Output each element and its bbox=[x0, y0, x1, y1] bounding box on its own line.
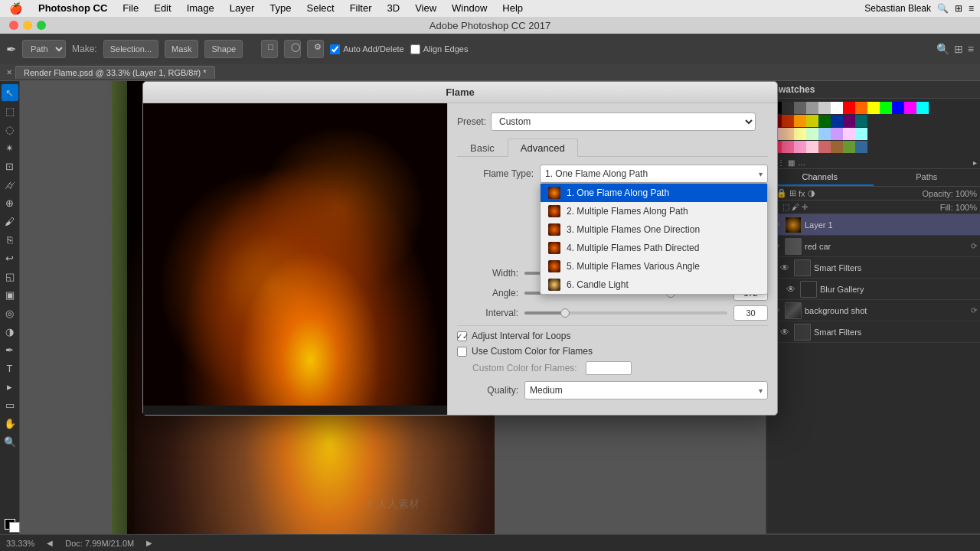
lasso-tool[interactable]: ◌ bbox=[2, 121, 18, 138]
close-button[interactable] bbox=[9, 21, 18, 30]
use-custom-color-checkbox[interactable] bbox=[457, 347, 467, 357]
fg-bg-colors[interactable] bbox=[2, 514, 18, 531]
list-item[interactable]: 👁 Layer 1 bbox=[766, 214, 980, 236]
hand-tool[interactable]: ✋ bbox=[2, 415, 18, 432]
swatch-orange[interactable] bbox=[855, 102, 867, 114]
swatch-p2[interactable] bbox=[782, 128, 794, 140]
quality-select[interactable]: Medium ▾ bbox=[524, 381, 768, 399]
blur-tool[interactable]: ◎ bbox=[2, 305, 18, 321]
shape-button[interactable]: Shape bbox=[204, 40, 243, 58]
maximize-button[interactable] bbox=[37, 21, 46, 30]
swatch-p4[interactable] bbox=[806, 128, 818, 140]
marquee-tool[interactable]: ⬚ bbox=[2, 103, 18, 119]
lock-image-icon[interactable]: 🖌 bbox=[792, 203, 799, 211]
list-item[interactable]: 👁 red car ⟳ bbox=[766, 236, 980, 257]
list-item[interactable]: 👁 Blur Gallery bbox=[766, 279, 980, 300]
swatch-m8[interactable] bbox=[855, 141, 867, 153]
swatch-p6[interactable] bbox=[831, 128, 843, 140]
layer-lock-icon[interactable]: 🔒 bbox=[776, 188, 787, 198]
crop-tool[interactable]: ⊡ bbox=[2, 158, 18, 174]
nav-arrow-left[interactable]: ◀ bbox=[47, 539, 53, 547]
swatch-r2[interactable] bbox=[782, 115, 794, 127]
flame-type-select[interactable]: 1. One Flame Along Path ▾ bbox=[540, 165, 768, 183]
menu-help[interactable]: Help bbox=[495, 0, 531, 17]
menu-select[interactable]: Select bbox=[299, 0, 341, 17]
panel-expand-icon[interactable]: ▸ bbox=[973, 158, 977, 167]
rectangle-tool[interactable]: ▭ bbox=[2, 396, 18, 413]
minimize-button[interactable] bbox=[23, 21, 32, 30]
menu-view[interactable]: View bbox=[407, 0, 444, 17]
custom-color-swatch[interactable] bbox=[586, 361, 632, 375]
swatch-d2[interactable] bbox=[794, 102, 806, 114]
dropdown-item-1[interactable]: 2. Multiple Flames Along Path bbox=[541, 202, 767, 220]
move-tool[interactable]: ↖ bbox=[2, 84, 18, 101]
layer-visibility-icon[interactable]: 👁 bbox=[779, 262, 791, 273]
swatch-m6[interactable] bbox=[831, 141, 843, 153]
gradient-tool[interactable]: ▣ bbox=[2, 286, 18, 303]
swatch-p3[interactable] bbox=[794, 128, 806, 140]
lock-transparent-icon[interactable]: ⬚ bbox=[782, 203, 789, 211]
menu-3d[interactable]: 3D bbox=[380, 0, 408, 17]
menu-filter[interactable]: Filter bbox=[342, 0, 380, 17]
swatch-p7[interactable] bbox=[843, 128, 855, 140]
pen-tool-icon[interactable]: ✒ bbox=[6, 42, 16, 57]
doc-tab-item[interactable]: Render Flame.psd @ 33.3% (Layer 1, RGB/8… bbox=[15, 66, 215, 79]
interval-input[interactable]: 30 bbox=[733, 305, 768, 321]
swatch-d3[interactable] bbox=[806, 102, 818, 114]
swatch-green[interactable] bbox=[880, 102, 892, 114]
dropdown-item-4[interactable]: 5. Multiple Flames Various Angle bbox=[541, 257, 767, 276]
menu-file[interactable]: File bbox=[115, 0, 146, 17]
more-panel-icon[interactable]: … bbox=[798, 158, 805, 167]
tab-channels[interactable]: Channels bbox=[766, 169, 874, 186]
lock-position-icon[interactable]: ✛ bbox=[802, 203, 808, 211]
apple-menu[interactable]: 🍎 bbox=[0, 2, 31, 15]
layer-adjustment-icon[interactable]: ◑ bbox=[808, 188, 815, 198]
swatch-m5[interactable] bbox=[818, 141, 831, 153]
swatch-d1[interactable] bbox=[782, 102, 794, 114]
circle-btn[interactable]: ◯ bbox=[284, 40, 301, 58]
gear-icon[interactable]: ⚙ bbox=[307, 40, 324, 58]
swatch-r7[interactable] bbox=[843, 115, 855, 127]
nav-arrow-right[interactable]: ▶ bbox=[146, 539, 152, 547]
swatch-m4[interactable] bbox=[806, 141, 818, 153]
layer-visibility-icon[interactable]: 👁 bbox=[785, 284, 797, 295]
swatch-r4[interactable] bbox=[806, 115, 818, 127]
dropdown-item-5[interactable]: 6. Candle Light bbox=[541, 276, 767, 294]
eraser-tool[interactable]: ◱ bbox=[2, 268, 18, 285]
history-brush-tool[interactable]: ↩ bbox=[2, 249, 18, 266]
square-btn[interactable]: □ bbox=[261, 40, 278, 58]
close-doc-icon[interactable]: ✕ bbox=[6, 68, 12, 77]
swatch-m2[interactable] bbox=[782, 141, 794, 153]
swatch-m7[interactable] bbox=[843, 141, 855, 153]
swatch-red[interactable] bbox=[843, 102, 855, 114]
brush-tool[interactable]: 🖌 bbox=[2, 213, 18, 230]
path-selection-tool[interactable]: ▸ bbox=[2, 378, 18, 395]
swatch-d4[interactable] bbox=[818, 102, 831, 114]
menu-window[interactable]: Window bbox=[444, 0, 495, 17]
dropdown-item-3[interactable]: 4. Multiple Flames Path Directed bbox=[541, 239, 767, 257]
more-icon[interactable]: ≡ bbox=[968, 43, 974, 55]
healing-brush-tool[interactable]: ⊕ bbox=[2, 194, 18, 211]
interval-slider-thumb[interactable] bbox=[560, 308, 570, 318]
mask-button[interactable]: Mask bbox=[165, 40, 198, 58]
tab-advanced[interactable]: Advanced bbox=[508, 139, 578, 157]
swatch-p5[interactable] bbox=[818, 128, 831, 140]
menu-app-name[interactable]: Photoshop CC bbox=[31, 0, 115, 17]
adjust-interval-checkbox[interactable]: ✓ bbox=[457, 331, 467, 341]
menu-type[interactable]: Type bbox=[262, 0, 299, 17]
swatch-r3[interactable] bbox=[794, 115, 806, 127]
type-tool[interactable]: T bbox=[2, 360, 18, 377]
menu-edit[interactable]: Edit bbox=[146, 0, 178, 17]
layer-style-icon[interactable]: fx bbox=[799, 189, 805, 198]
search-icon[interactable]: 🔍 bbox=[937, 3, 949, 14]
swatch-magenta[interactable] bbox=[904, 102, 916, 114]
swatch-m3[interactable] bbox=[794, 141, 806, 153]
selection-button[interactable]: Selection... bbox=[103, 40, 158, 58]
search-toolbar-icon[interactable]: 🔍 bbox=[936, 43, 949, 55]
list-item[interactable]: 👁 Smart Filters bbox=[766, 257, 980, 279]
zoom-tool[interactable]: 🔍 bbox=[2, 433, 18, 450]
swatch-r5[interactable] bbox=[818, 115, 831, 127]
tool-type-select[interactable]: Path bbox=[22, 40, 66, 58]
swatch-r8[interactable] bbox=[855, 115, 867, 127]
swatch-blue[interactable] bbox=[892, 102, 904, 114]
